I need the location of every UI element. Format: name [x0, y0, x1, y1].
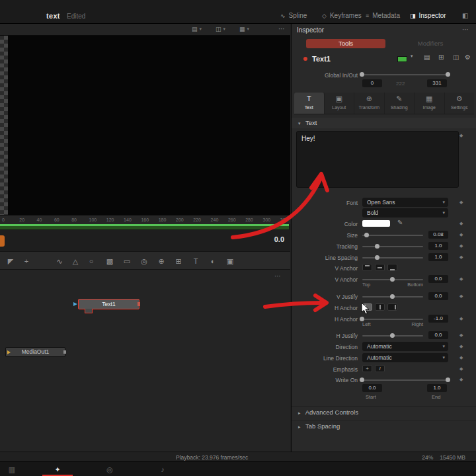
v-justify-slider[interactable] [362, 296, 423, 298]
typeface-select[interactable]: Bold ▾ [362, 208, 448, 218]
slider-handle[interactable] [364, 233, 369, 237]
cache-icon[interactable]: ◫ [453, 54, 459, 61]
tracking-value[interactable]: 1.0 [428, 242, 448, 250]
lut-menu[interactable]: ▤ ▾ [192, 26, 202, 32]
slider-handle[interactable] [446, 377, 450, 382]
node-mask-tab[interactable] [85, 309, 93, 313]
slider-handle[interactable] [360, 72, 364, 77]
transform-node-icon[interactable]: ⊞ [172, 255, 185, 267]
h-justify-value[interactable]: 0.0 [428, 331, 448, 339]
write-on-end-value[interactable]: 1.0 [427, 384, 447, 392]
pin-icon[interactable]: ⊞ [438, 54, 444, 61]
direction-keyframe-icon[interactable]: ◆ [459, 344, 463, 349]
emphasis-italic-button[interactable]: I [375, 365, 385, 372]
tab-settings[interactable]: ⚙ Settings [445, 93, 475, 114]
spline-tool-icon[interactable]: ∿ [53, 255, 66, 267]
v-anchor-slider[interactable] [362, 279, 423, 280]
node-editor-options-icon[interactable]: ⋯ [274, 272, 281, 280]
h-justify-slider[interactable] [362, 335, 423, 337]
chevron-down-icon[interactable]: ▾ [411, 54, 413, 59]
fairlight-page-icon[interactable]: ♪ [156, 464, 169, 475]
node-output-icon[interactable] [63, 350, 66, 354]
emphasis-bold-button[interactable]: + [362, 365, 372, 372]
timeline-grip[interactable] [0, 235, 5, 247]
section-advanced-controls[interactable]: ▸ Advanced Controls [292, 406, 476, 418]
write-on-keyframe-icon[interactable]: ◆ [459, 377, 463, 382]
rectangle-mask-icon[interactable]: ▭ [120, 255, 134, 267]
viewer[interactable] [0, 36, 290, 215]
node-mediaout1[interactable]: MediaOut1 [5, 347, 65, 357]
tab-shading[interactable]: ✎ Shading [385, 93, 415, 114]
h-anchor-slider[interactable] [362, 319, 423, 320]
slider-handle[interactable] [375, 244, 379, 249]
slider-handle[interactable] [360, 317, 364, 321]
inspector-button[interactable]: ◨ Inspector [410, 12, 446, 19]
tab-text[interactable]: T Text [294, 93, 325, 114]
v-justify-keyframe-icon[interactable]: ◆ [459, 294, 463, 299]
tracking-slider[interactable] [362, 246, 423, 247]
color-picker-icon[interactable]: ✎ [397, 219, 403, 226]
tab-tools[interactable]: Tools [306, 39, 385, 48]
tab-transform[interactable]: ⊕ Transform [354, 93, 385, 114]
viewer-options-icon[interactable]: ⋯ [278, 25, 285, 32]
slider-handle[interactable] [446, 72, 450, 77]
tab-layout[interactable]: ▣ Layout [325, 93, 355, 114]
color-page-icon[interactable]: ◎ [103, 464, 116, 475]
select-tool-icon[interactable]: ◤ [4, 255, 17, 267]
font-keyframe-icon[interactable]: ◆ [459, 200, 463, 205]
h-anchor-keyframe-icon[interactable]: ◆ [459, 316, 463, 321]
line-spacing-slider[interactable] [362, 257, 423, 258]
node-input-icon[interactable] [7, 350, 11, 354]
node-text1[interactable]: Text1 [78, 299, 139, 309]
color-corrector-icon[interactable]: ◐ [206, 255, 219, 267]
text-color-swatch[interactable] [362, 220, 390, 227]
view-layout-menu[interactable]: ▦ ▾ [239, 26, 249, 32]
section-text-header[interactable]: ▾ Text [292, 118, 476, 128]
v-anchor-top-button[interactable] [362, 264, 372, 271]
panel-toggle-icon[interactable]: ◧ [462, 12, 468, 19]
tab-modifiers[interactable]: Modifiers [391, 39, 470, 48]
slider-handle[interactable] [360, 377, 364, 382]
tracking-keyframe-icon[interactable]: ◆ [459, 243, 463, 249]
bspline-mask-icon[interactable]: ○ [85, 255, 98, 267]
slider-handle[interactable] [375, 255, 379, 260]
global-inout-slider[interactable] [362, 74, 448, 75]
v-anchor-keyframe-icon[interactable]: ◆ [459, 276, 463, 282]
inspector-options-icon[interactable]: ⋯ [462, 26, 469, 33]
v-anchor-value[interactable]: 0.0 [428, 275, 448, 283]
slider-handle[interactable] [390, 294, 395, 299]
background-node-icon[interactable]: ▩ [103, 255, 116, 267]
v-justify-value[interactable]: 0.0 [428, 292, 448, 300]
keyframes-button[interactable]: ◇ Keyframes [322, 12, 362, 19]
section-tab-spacing[interactable]: ▸ Tab Spacing [292, 420, 476, 432]
settings-icon[interactable]: ⚙ [465, 54, 471, 61]
write-on-start-value[interactable]: 0.0 [362, 384, 382, 392]
write-on-slider[interactable] [362, 379, 448, 381]
line-spacing-keyframe-icon[interactable]: ◆ [459, 255, 463, 260]
node-enable-led[interactable] [303, 57, 307, 61]
text-node-icon[interactable]: T [189, 255, 202, 267]
versions-icon[interactable]: ▤ [424, 54, 430, 61]
text-keyframe-icon[interactable]: ◆ [459, 133, 463, 138]
node-editor[interactable]: ⋯ Text1 MediaOut1 [0, 270, 290, 452]
node-output-icon[interactable] [138, 302, 140, 306]
h-anchor-center-button[interactable] [375, 303, 385, 311]
h-anchor-left-button[interactable] [362, 303, 372, 311]
styled-text-input[interactable]: Hey! [296, 131, 459, 188]
h-justify-keyframe-icon[interactable]: ◆ [459, 333, 463, 338]
direction-select[interactable]: Automatic ▾ [362, 342, 448, 351]
fusion-page-icon[interactable]: ✦ [51, 464, 64, 475]
size-keyframe-icon[interactable]: ◆ [459, 232, 463, 237]
size-value[interactable]: 0.08 [428, 231, 448, 239]
ellipse-mask-icon[interactable]: ◎ [138, 255, 151, 267]
tab-image[interactable]: ▦ Image [415, 93, 445, 114]
node-color-swatch[interactable] [397, 56, 407, 62]
timeline-ruler[interactable]: 0204060801001201401601802002202402602803… [0, 215, 290, 224]
pan-tool-icon[interactable]: + [20, 255, 33, 267]
color-keyframe-icon[interactable]: ◆ [459, 221, 463, 226]
line-direction-keyframe-icon[interactable]: ◆ [459, 355, 463, 360]
slider-handle[interactable] [390, 333, 395, 338]
media-out-icon[interactable]: ▣ [223, 255, 237, 267]
merge-node-icon[interactable]: ⊕ [155, 255, 168, 267]
v-anchor-middle-button[interactable] [375, 264, 385, 271]
